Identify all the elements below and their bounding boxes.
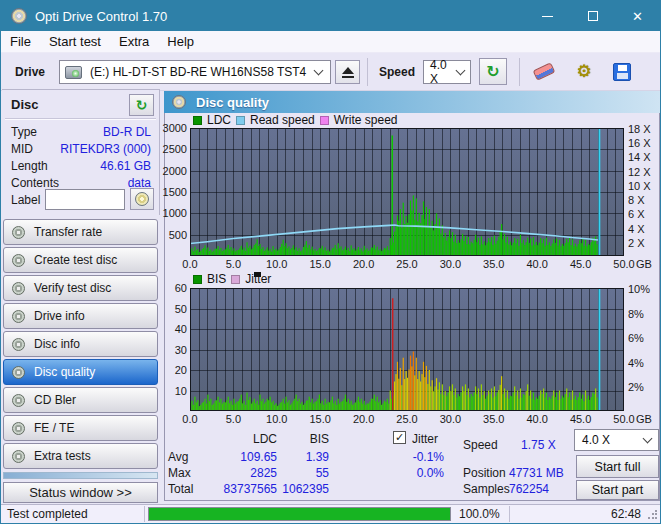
- test-speed-select[interactable]: 4.0 X: [574, 429, 659, 451]
- y-axis-right-label: 6%: [628, 332, 644, 344]
- legend-swatch: [320, 116, 329, 125]
- y-axis-right-label: 18 X: [628, 123, 651, 135]
- avg-row-label: Avg: [168, 450, 188, 464]
- sidebar-item-label: FE / TE: [34, 421, 74, 435]
- disc-type-value: BD-R DL: [61, 125, 151, 139]
- max-bis-value: 55: [249, 466, 329, 480]
- menu-extra[interactable]: Extra: [110, 31, 158, 53]
- refresh-icon: ↻: [486, 64, 499, 80]
- sidebar-item-fe-te[interactable]: FE / TE: [3, 415, 158, 441]
- chevron-down-icon: [314, 65, 324, 75]
- close-button[interactable]: ✕: [615, 1, 660, 31]
- legend-label: Jitter: [245, 272, 271, 286]
- elapsed-time: 62:48: [561, 507, 641, 521]
- chart-legend: LDCRead speedWrite speed: [193, 113, 398, 127]
- floppy-disk-icon: [613, 63, 631, 81]
- y-axis-right-label: 14 X: [628, 151, 651, 163]
- x-axis-label: 25.0: [391, 258, 423, 270]
- x-axis-label: 20.0: [348, 258, 380, 270]
- start-full-button[interactable]: Start full: [576, 455, 659, 478]
- cd-icon: [12, 310, 25, 323]
- sidebar-item-label: Drive info: [34, 309, 85, 323]
- y-axis-right-label: 8 X: [628, 194, 645, 206]
- cd-icon: [12, 422, 25, 435]
- statusbar-separator: [144, 506, 145, 522]
- legend-label: BIS: [207, 272, 226, 286]
- eject-button[interactable]: [335, 60, 360, 84]
- refresh-drives-button[interactable]: ↻: [479, 58, 507, 85]
- y-axis-right-label: 2 X: [628, 237, 645, 249]
- sidebar-item-disc-info[interactable]: Disc info: [3, 331, 158, 357]
- resize-grip[interactable]: [647, 510, 657, 520]
- toolbar-separator: [519, 58, 520, 86]
- speed-info-value: 1.75 X: [521, 438, 556, 452]
- cd-icon: [12, 254, 25, 267]
- erase-disc-button[interactable]: [529, 58, 559, 85]
- x-axis-label: 5.0: [217, 258, 249, 270]
- x-axis-label: 20.0: [348, 413, 380, 425]
- cd-icon: [172, 95, 186, 109]
- disc-length-value: 46.61 GB: [61, 159, 151, 173]
- eraser-icon: [533, 62, 556, 80]
- start-part-button[interactable]: Start part: [576, 480, 659, 500]
- y-axis-right-label: 12 X: [628, 166, 651, 178]
- cd-icon: [12, 394, 25, 407]
- disc-mid-label: MID: [11, 142, 33, 156]
- app-cd-icon: [11, 8, 27, 24]
- menu-help[interactable]: Help: [158, 31, 203, 53]
- y-axis-left-label: 2500: [147, 143, 187, 155]
- sidebar-item-label: Create test disc: [34, 253, 117, 267]
- sidebar-item-create-test-disc[interactable]: Create test disc: [3, 247, 158, 273]
- disc-contents-label: Contents: [11, 176, 59, 190]
- sidebar-item-extra-tests[interactable]: Extra tests: [3, 443, 158, 469]
- maximize-button[interactable]: [570, 1, 615, 31]
- minimize-icon: [542, 16, 553, 17]
- y-axis-left-label: 2000: [147, 165, 187, 177]
- save-button[interactable]: [607, 58, 637, 85]
- y-axis-right-label: 10 X: [628, 180, 651, 192]
- sidebar-item-label: Transfer rate: [34, 225, 102, 239]
- status-window-label: Status window >>: [29, 485, 132, 500]
- disc-label-input[interactable]: [45, 189, 125, 210]
- y-axis-left-label: 50: [147, 303, 187, 315]
- cd-icon: [12, 338, 25, 351]
- y-axis-left-label: 3000: [147, 122, 187, 134]
- x-axis-label: 15.0: [304, 258, 336, 270]
- menu-start-test[interactable]: Start test: [40, 31, 110, 53]
- sidebar-item-drive-info[interactable]: Drive info: [3, 303, 158, 329]
- sidebar-item-disc-quality[interactable]: Disc quality: [3, 359, 158, 385]
- eject-icon: [342, 67, 354, 74]
- jitter-checkbox[interactable]: ✓: [393, 431, 406, 444]
- settings-button[interactable]: ⚙: [569, 58, 599, 85]
- sidebar-strip: [3, 472, 158, 479]
- sidebar-item-verify-test-disc[interactable]: Verify test disc: [3, 275, 158, 301]
- x-axis-label: 45.0: [565, 258, 597, 270]
- checkmark-icon: ✓: [395, 432, 404, 443]
- drive-select[interactable]: (E:) HL-DT-ST BD-RE WH16NS58 TST4: [59, 60, 331, 84]
- statusbar-separator: [509, 506, 510, 522]
- legend-swatch: [231, 275, 240, 284]
- refresh-disc-button[interactable]: ↻: [129, 94, 154, 116]
- menu-file[interactable]: File: [1, 31, 40, 53]
- sidebar-item-transfer-rate[interactable]: Transfer rate: [3, 219, 158, 245]
- test-speed-value: 4.0 X: [582, 433, 610, 447]
- y-axis-left-label: 30: [147, 344, 187, 356]
- ldc-speed-chart: [190, 128, 624, 256]
- drive-icon: [65, 66, 82, 79]
- y-axis-right-label: 4 X: [628, 223, 645, 235]
- status-window-button[interactable]: Status window >>: [3, 482, 158, 503]
- sidebar-item-label: CD Bler: [34, 393, 76, 407]
- speed-select[interactable]: 4.0 X: [423, 60, 471, 84]
- app-window: Opti Drive Control 1.70 ✕ File Start tes…: [0, 0, 661, 524]
- panel-header: Disc quality: [164, 91, 660, 113]
- sidebar-item-cd-bler[interactable]: CD Bler: [3, 387, 158, 413]
- y-axis-right-label: 16 X: [628, 137, 651, 149]
- x-axis-label: 25.0: [391, 413, 423, 425]
- cd-icon: [12, 282, 25, 295]
- chart-legend: BISJitter: [193, 272, 271, 286]
- disc-label-label: Label: [11, 193, 40, 207]
- minimize-button[interactable]: [525, 1, 570, 31]
- y-axis-left-label: 10: [147, 385, 187, 397]
- x-axis-label: 35.0: [478, 413, 510, 425]
- x-axis-unit-label: GB: [636, 258, 652, 270]
